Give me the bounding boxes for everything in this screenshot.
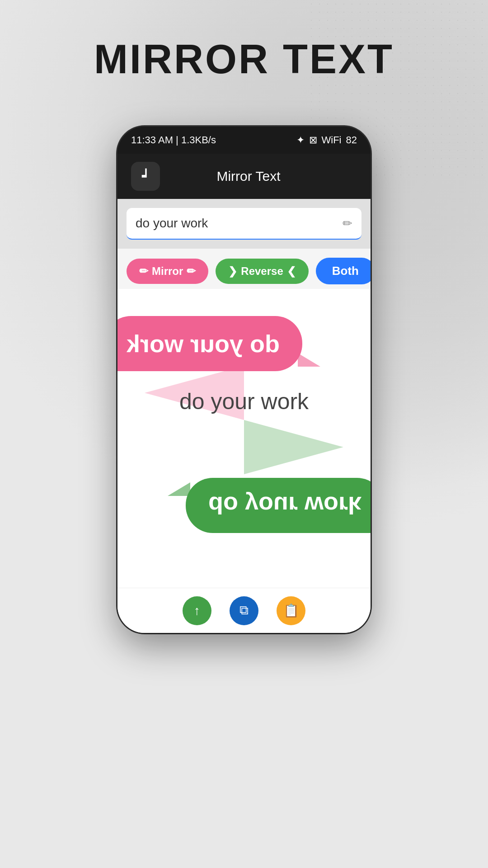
battery-display: 82 [346, 134, 357, 146]
edit-icon: ✏ [343, 217, 352, 231]
page-title: MIRROR TEXT [0, 36, 488, 83]
logo-letter: ┙ [142, 169, 150, 184]
bottom-action-bar: ↑ ⧉ 📋 [117, 588, 371, 633]
status-time: 11:33 AM | 1.3KB/s [131, 134, 216, 146]
app-bar-title: Mirror Text [169, 169, 328, 184]
mirror-icon-left: ✏ [139, 265, 148, 278]
mirror-label: Mirror [152, 265, 183, 278]
bluetooth-icon: ✦ [296, 134, 305, 146]
both-button[interactable]: Both [316, 258, 371, 284]
copy-icon: ⧉ [239, 603, 249, 618]
copy-button[interactable]: ⧉ [230, 596, 258, 625]
mirror-icon-right: ✏ [187, 265, 196, 278]
phone-body: ✏ ✏ Mirror ✏ ❯ Reverse ❮ Both do your [117, 199, 371, 633]
mirror-bubble: do your work [117, 316, 302, 371]
mirror-result-text: do your work [127, 330, 280, 358]
reverse-bubble: do your work [186, 478, 371, 533]
text-input[interactable] [136, 216, 343, 231]
status-icons: ✦ ⊠ WiFi 82 [296, 134, 357, 146]
both-label: Both [332, 264, 359, 278]
input-section: ✏ [117, 199, 371, 249]
app-logo: ┙ [131, 162, 160, 191]
normal-result-text: do your work [117, 388, 371, 415]
app-header: ┙ Mirror Text [117, 154, 371, 199]
text-input-container[interactable]: ✏ [127, 208, 361, 240]
reverse-button[interactable]: ❯ Reverse ❮ [216, 259, 308, 284]
status-bar: 11:33 AM | 1.3KB/s ✦ ⊠ WiFi 82 [117, 127, 371, 154]
display-area: do your work do your work do your work [117, 289, 371, 596]
share-icon: ↑ [194, 604, 200, 618]
phone-frame: 11:33 AM | 1.3KB/s ✦ ⊠ WiFi 82 ┙ Mirror … [117, 127, 371, 633]
share-button[interactable]: ↑ [183, 596, 211, 625]
clipboard-button[interactable]: 📋 [277, 596, 305, 625]
wifi-icon: WiFi [322, 134, 342, 146]
mirror-button[interactable]: ✏ Mirror ✏ [127, 259, 208, 284]
clipboard-icon: 📋 [283, 603, 299, 618]
reverse-label: Reverse [241, 265, 283, 278]
button-row: ✏ Mirror ✏ ❯ Reverse ❮ Both [117, 249, 371, 289]
battery-percent: 82 [346, 134, 357, 146]
reverse-icon-left: ❯ [228, 265, 237, 278]
signal-icon: ⊠ [309, 134, 317, 146]
reverse-result-text: do your work [208, 491, 361, 519]
green-highlight-arrow [244, 420, 343, 474]
reverse-icon-right: ❮ [287, 265, 296, 278]
